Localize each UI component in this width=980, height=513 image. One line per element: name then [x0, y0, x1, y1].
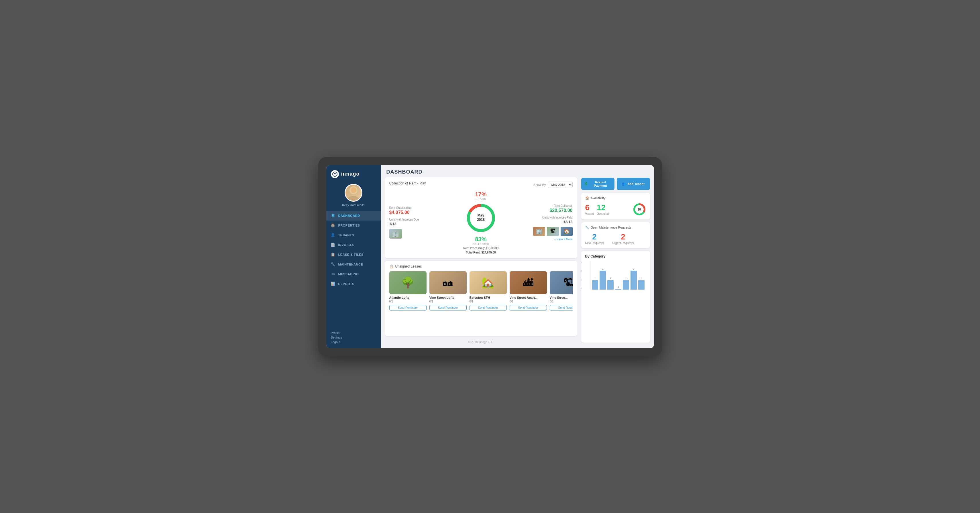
- sidebar-item-dashboard-label: DASHBOARD: [338, 214, 360, 218]
- device-frame: innago Kelly Rothschild ⊞ DASHBOARD: [318, 157, 662, 356]
- user-name: Kelly Rothschild: [342, 203, 364, 207]
- rent-collection-card: Collection of Rent - May Show By May 201…: [385, 177, 577, 258]
- sidebar-item-dashboard[interactable]: ⊞ DASHBOARD: [326, 211, 381, 221]
- availability-stats: 6 Vacant 12 Occupied: [585, 203, 646, 216]
- action-buttons: 💲 Record Payment 👥 Add Tenant: [581, 177, 650, 190]
- property-count: 0/1: [510, 300, 547, 303]
- unsigned-leases-title: 📋 Unsigned Leases: [389, 264, 573, 268]
- show-by-label: Show By: [533, 183, 546, 186]
- svg-point-2: [347, 196, 360, 202]
- center-panel: Collection of Rent - May Show By May 201…: [385, 177, 577, 345]
- sidebar-item-invoices-label: INVOICES: [338, 243, 355, 247]
- send-reminder-button[interactable]: Send Reminder: [389, 305, 426, 310]
- wrench-icon: 🔧: [585, 226, 589, 229]
- bar-val-1: 1: [594, 277, 595, 280]
- add-tenant-button[interactable]: 👥 Add Tenant: [617, 178, 650, 190]
- rent-outstanding-stat: Rent Outstanding $4,075.00: [389, 206, 458, 215]
- property-image-bolyston: 🏡: [469, 271, 507, 294]
- sidebar-item-messaging-label: MESSAGING: [338, 272, 359, 276]
- list-item: 🏘 Vine Street Lofts 0/1 Send Reminder: [430, 271, 467, 310]
- bar-1: [592, 280, 598, 289]
- rent-header-row: Collection of Rent - May Show By May 201…: [389, 181, 573, 188]
- donut-month: May: [477, 213, 485, 218]
- donut-label: May 2018: [477, 213, 485, 222]
- month-select[interactable]: May 2018: [548, 182, 573, 188]
- bar-2: [600, 271, 606, 289]
- maintenance-card: 🔧 Open Maintenance Requests 2 New Reques…: [581, 222, 650, 248]
- property-count: 0/1: [469, 300, 507, 303]
- availability-donut: 18: [633, 203, 646, 216]
- availability-total: 18: [638, 208, 641, 211]
- occupied-count: 12: [597, 203, 609, 212]
- rent-collected-stat: Rent Collected $20,570.00: [504, 204, 572, 213]
- sidebar-item-lease-files-label: LEASE & FILES: [338, 253, 364, 256]
- sidebar-item-invoices[interactable]: 📄 INVOICES: [326, 240, 381, 250]
- property-name: Vine Street Lofts: [430, 296, 467, 299]
- bar-val-7: 1: [641, 277, 642, 280]
- y-label-2: 2: [581, 270, 582, 272]
- availability-title: 🏠 Availability: [585, 196, 646, 200]
- tenants-icon: 👤: [331, 233, 336, 237]
- prop-thumb-3: 🏠: [561, 227, 573, 236]
- property-count: 0/1: [550, 300, 573, 303]
- bar-val-2: 2: [602, 267, 603, 270]
- send-reminder-button[interactable]: Send Reminder: [510, 305, 547, 310]
- unsigned-leases-card: 📋 Unsigned Leases 🌳 Atlantic Lofts 0/1 S…: [385, 261, 577, 336]
- sidebar-item-maintenance-label: MAINTENANCE: [338, 263, 363, 266]
- sidebar-item-maintenance[interactable]: 🔧 MAINTENANCE: [326, 259, 381, 269]
- percent-row: 17% UNPAID: [475, 191, 487, 200]
- category-chart-card: By Category 3 2 1 0 1: [581, 251, 650, 343]
- y-label-1: 1: [581, 278, 582, 281]
- send-reminder-button[interactable]: Send Reminder: [550, 305, 573, 310]
- sidebar-item-tenants[interactable]: 👤 TENANTS: [326, 230, 381, 240]
- occupied-label: Occupied: [597, 212, 609, 215]
- show-by-control: Show By May 2018: [533, 182, 572, 188]
- unpaid-block: 17% UNPAID: [475, 191, 487, 200]
- send-reminder-button[interactable]: Send Reminder: [430, 305, 467, 310]
- list-item: 🏙 Vine Street Apart... 0/1 Send Reminder: [510, 271, 547, 310]
- sidebar-item-reports[interactable]: 📊 REPORTS: [326, 279, 381, 289]
- units-paid-label: Units with Invoices Paid: [504, 216, 572, 219]
- send-reminder-button[interactable]: Send Reminder: [469, 305, 507, 310]
- collected-block: 83% COLLECTED: [473, 236, 489, 246]
- sidebar-item-properties-label: PROPERTIES: [338, 224, 360, 227]
- invoices-icon: 📄: [331, 243, 336, 247]
- rent-processing-text: Rent Processing: $1,200.00: [463, 247, 498, 250]
- right-panel: 💲 Record Payment 👥 Add Tenant 🏠 Availabi…: [581, 177, 650, 345]
- sidebar-item-messaging[interactable]: ✉ MESSAGING: [326, 269, 381, 279]
- occupied-stat: 12 Occupied: [597, 203, 609, 215]
- units-due-stat: Units with Invoices Due 1/13: [389, 218, 458, 226]
- properties-icon: 🏠: [331, 223, 336, 228]
- urgent-requests-label: Urgent Requests: [612, 241, 634, 245]
- settings-link[interactable]: Settings: [331, 336, 376, 339]
- screen: innago Kelly Rothschild ⊞ DASHBOARD: [326, 165, 654, 348]
- property-name: Atlantic Lofts: [389, 296, 426, 299]
- total-rent-label: Total Rent: $24,645.00: [466, 251, 496, 254]
- bar-col-5: 1: [623, 277, 629, 289]
- maintenance-icon: 🔧: [331, 262, 336, 267]
- view-more-link[interactable]: + View 9 More: [504, 238, 572, 241]
- availability-label: Availability: [591, 196, 606, 200]
- prop-thumb-2: 🏗: [547, 227, 559, 236]
- collected-percent: 83%: [473, 236, 489, 243]
- bar-val-5: 1: [625, 277, 627, 280]
- rent-collection-title: Collection of Rent - May: [389, 181, 426, 185]
- donut-chart: May 2018: [465, 202, 497, 234]
- units-paid-value: 12/13: [504, 220, 572, 224]
- bar-col-3: 1: [607, 277, 614, 289]
- unpaid-percent: 17%: [475, 191, 487, 198]
- bar-5: [623, 280, 629, 289]
- bar-val-3: 1: [610, 277, 611, 280]
- profile-link[interactable]: Profile: [331, 331, 376, 335]
- sidebar-item-lease-files[interactable]: 📋 LEASE & FILES: [326, 250, 381, 259]
- bar-val-6: 2: [633, 267, 634, 270]
- property-count: 0/1: [389, 300, 426, 303]
- y-axis-labels: 3 2 1 0: [581, 261, 582, 290]
- logout-link[interactable]: Logout: [331, 340, 376, 344]
- innago-logo-icon: [331, 170, 339, 178]
- lease-icon: 📋: [389, 264, 394, 268]
- record-payment-button[interactable]: 💲 Record Payment: [581, 178, 614, 190]
- bar-val-4: 0: [617, 286, 619, 288]
- sidebar-item-properties[interactable]: 🏠 PROPERTIES: [326, 221, 381, 230]
- new-requests-stat: 2 New Requests: [585, 232, 604, 245]
